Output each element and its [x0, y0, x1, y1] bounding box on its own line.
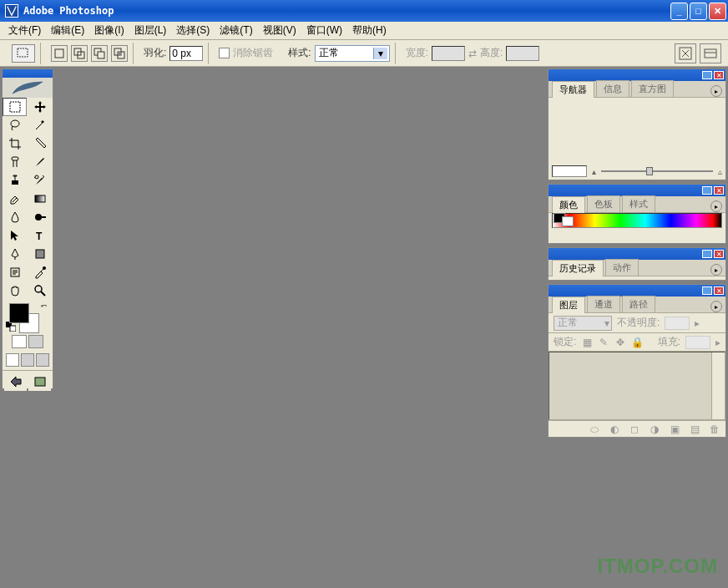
panel-menu-button[interactable]: ▸	[710, 301, 722, 312]
minimize-panel-button[interactable]: _	[702, 286, 712, 295]
brush-tool[interactable]	[28, 153, 52, 171]
tab-info[interactable]: 信息	[596, 80, 629, 97]
tool-preset-button[interactable]	[12, 44, 35, 63]
quickmask-mode-button[interactable]	[28, 335, 43, 348]
toolbox-header[interactable]	[3, 69, 53, 78]
svg-rect-0	[18, 48, 28, 57]
tab-layers[interactable]: 图层	[552, 297, 585, 313]
menu-file[interactable]: 文件(F)	[3, 22, 46, 39]
close-button[interactable]: ✕	[709, 3, 726, 20]
tab-history[interactable]: 历史记录	[552, 260, 604, 276]
minimize-panel-button[interactable]: _	[702, 71, 712, 79]
move-tool[interactable]	[28, 98, 52, 116]
subtract-selection-button[interactable]	[91, 45, 108, 62]
navigator-titlebar[interactable]: _ ✕	[549, 69, 725, 81]
palette-well-button[interactable]	[675, 43, 696, 63]
menu-image[interactable]: 图像(I)	[89, 22, 129, 39]
menu-select[interactable]: 选择(S)	[171, 22, 215, 39]
tab-swatches[interactable]: 色板	[587, 195, 620, 212]
marquee-tool[interactable]	[3, 98, 27, 116]
new-selection-button[interactable]	[51, 45, 68, 62]
hand-tool[interactable]	[3, 281, 27, 300]
foreground-color[interactable]	[9, 303, 29, 323]
file-browser-button[interactable]	[700, 43, 721, 63]
zoom-tool[interactable]	[28, 281, 52, 300]
jump-to-button[interactable]	[28, 373, 51, 391]
minimize-panel-button[interactable]: _	[702, 250, 712, 258]
lasso-tool[interactable]	[3, 116, 27, 134]
gradient-tool[interactable]	[28, 190, 52, 208]
history-brush-tool[interactable]	[28, 171, 52, 190]
panel-menu-button[interactable]: ▸	[710, 200, 722, 212]
close-panel-button[interactable]: ✕	[714, 286, 724, 295]
layers-list[interactable]	[549, 352, 725, 420]
screen-full-menu-button[interactable]	[21, 353, 34, 367]
panel-menu-button[interactable]: ▸	[710, 264, 722, 276]
tab-paths[interactable]: 路径	[622, 296, 655, 312]
menu-filter[interactable]: 滤镜(T)	[215, 22, 257, 39]
color-bg-swatch[interactable]	[562, 216, 574, 226]
type-tool[interactable]: T	[28, 226, 52, 245]
eraser-tool[interactable]	[3, 190, 27, 208]
pen-tool[interactable]	[3, 245, 27, 263]
tab-channels[interactable]: 通道	[587, 296, 620, 312]
clone-stamp-tool[interactable]	[3, 171, 27, 190]
tab-color[interactable]: 颜色	[552, 196, 585, 213]
menu-view[interactable]: 视图(V)	[258, 22, 301, 39]
swap-colors-icon[interactable]: ⤺	[41, 302, 48, 310]
panel-menu-button[interactable]: ▸	[710, 85, 722, 97]
feather-input[interactable]	[169, 46, 203, 61]
intersect-selection-button[interactable]	[111, 45, 128, 62]
eyedropper-tool[interactable]	[28, 263, 52, 281]
blur-tool[interactable]	[3, 208, 27, 226]
style-label: 样式:	[288, 46, 311, 60]
style-select[interactable]: 正常	[315, 45, 390, 62]
svg-rect-33	[35, 378, 45, 386]
path-selection-tool[interactable]	[3, 226, 27, 245]
zoom-slider[interactable]	[601, 170, 713, 172]
tab-histogram[interactable]: 直方图	[631, 80, 674, 97]
tab-navigator[interactable]: 导航器	[552, 81, 594, 98]
notes-tool[interactable]	[3, 263, 27, 281]
layers-titlebar[interactable]: _ ✕	[549, 285, 725, 297]
antialias-checkbox	[219, 48, 230, 58]
lock-position-icon: ✥	[614, 337, 626, 348]
delete-layer-icon: 🗑	[709, 423, 720, 435]
menu-layer[interactable]: 图层(L)	[129, 22, 172, 39]
close-panel-button[interactable]: ✕	[714, 250, 724, 258]
healing-brush-tool[interactable]	[3, 153, 27, 171]
slice-tool[interactable]	[28, 134, 52, 153]
screen-standard-button[interactable]	[6, 353, 19, 367]
screen-full-button[interactable]	[36, 353, 49, 367]
magic-wand-tool[interactable]	[28, 116, 52, 134]
feather-label: 羽化:	[144, 46, 166, 60]
close-panel-button[interactable]: ✕	[714, 186, 724, 195]
history-titlebar[interactable]: _ ✕	[549, 248, 725, 260]
jump-to-imageready-button[interactable]	[4, 373, 27, 391]
tab-styles[interactable]: 样式	[622, 195, 655, 212]
color-titlebar[interactable]: _ ✕	[549, 185, 725, 196]
layers-scrollbar[interactable]	[711, 352, 725, 419]
height-input	[506, 46, 539, 61]
zoom-out-icon[interactable]: ▴	[592, 167, 596, 176]
zoom-in-icon[interactable]: ▵	[718, 167, 722, 176]
menu-help[interactable]: 帮助(H)	[347, 22, 392, 39]
width-label: 宽度:	[406, 46, 428, 60]
standard-mode-button[interactable]	[12, 335, 27, 348]
antialias-label: 消除锯齿	[233, 46, 273, 60]
close-panel-button[interactable]: ✕	[714, 71, 724, 79]
color-spectrum[interactable]	[552, 213, 722, 228]
blend-mode-select: 正常	[554, 316, 612, 331]
add-selection-button[interactable]	[71, 45, 88, 62]
shape-tool[interactable]	[28, 245, 52, 263]
zoom-percent-input[interactable]	[552, 165, 587, 177]
dodge-tool[interactable]	[28, 208, 52, 226]
menu-window[interactable]: 窗口(W)	[301, 22, 347, 39]
tab-actions[interactable]: 动作	[605, 259, 639, 276]
maximize-button[interactable]: □	[690, 3, 707, 20]
menu-edit[interactable]: 编辑(E)	[46, 22, 89, 39]
minimize-panel-button[interactable]: _	[702, 186, 712, 195]
crop-tool[interactable]	[3, 134, 27, 153]
minimize-button[interactable]: _	[670, 3, 688, 20]
lock-all-icon: 🔒	[631, 337, 643, 348]
